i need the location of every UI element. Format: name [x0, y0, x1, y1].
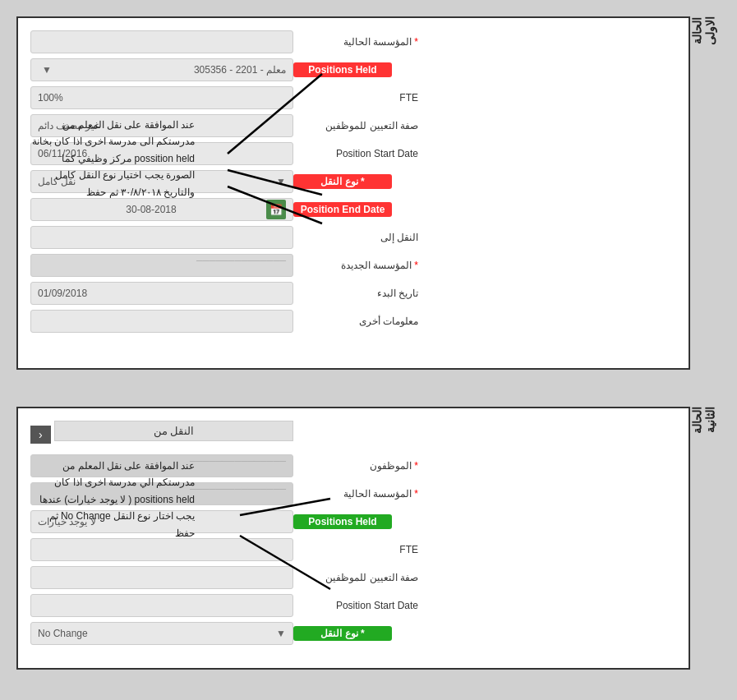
label-appointment-type2: صفة التعيين للموظفين [293, 572, 425, 583]
input-positions-held[interactable]: معلم - 2201 - 305356 ▼ [30, 58, 293, 81]
label-positions-held: Positions Held [293, 62, 392, 77]
label-employee: الموظفون [293, 460, 425, 472]
dropdown-arrow-transfer2: ▼ [276, 628, 286, 639]
row-position-end-date: Position End Date 📅 30-08-2018 [30, 198, 676, 221]
row-transfer-from-header: النقل من › [30, 421, 676, 448]
row-fte: FTE 100% [30, 86, 676, 109]
new-institution-placeholder: ────────────── [196, 256, 286, 265]
row-fte2: FTE [30, 538, 676, 561]
label-position-start-date: Position Start Date [293, 148, 425, 159]
label-appointment-type: صفة التعيين للموظفين [293, 120, 425, 131]
label-fte2: FTE [293, 544, 425, 555]
input-new-institution[interactable]: ────────────── [30, 254, 293, 277]
nav-arrow-button[interactable]: › [30, 426, 51, 444]
label-start-date: تاريخ البدء [293, 288, 425, 299]
row-positions-held: Positions Held معلم - 2201 - 305356 ▼ [30, 58, 676, 81]
row-start-date: تاريخ البدء 01/09/2018 [30, 282, 676, 305]
input-fte2[interactable] [30, 538, 293, 561]
row-position-start-date2: Position Start Date [30, 594, 676, 617]
label-transfer-type2: نوع النقل * [293, 626, 392, 641]
dropdown-arrow-transfer: ▼ [276, 176, 286, 187]
side-label-panel1: الحالة الاولى [690, 16, 716, 62]
input-position-end-date[interactable]: 📅 30-08-2018 [30, 198, 293, 221]
label-transfer-type: نوع النقل * [293, 174, 392, 189]
input-transfer-type2[interactable]: ▼ No Change [30, 622, 293, 645]
side-label-panel2: الحالة الثانية [690, 407, 716, 450]
label-transfer-to: النقل إلى [293, 232, 425, 243]
label-positions-held2: Positions Held [293, 514, 392, 529]
row-transfer-to: النقل إلى [30, 226, 676, 249]
input-fte[interactable]: 100% [30, 86, 293, 109]
transfer-from-label: النقل من [54, 421, 293, 441]
input-appointment-type2[interactable] [30, 566, 293, 589]
input-position-start-date2[interactable] [30, 594, 293, 617]
label-current-institution2: المؤسسة الحالية [293, 488, 425, 500]
row-current-institution: المؤسسة الحالية [30, 30, 676, 53]
label-other-info: معلومات أخرى [293, 315, 425, 327]
row-new-institution: المؤسسة الجديدة ────────────── [30, 254, 676, 277]
label-fte: FTE [293, 92, 425, 104]
label-position-start-date2: Position Start Date [293, 600, 425, 611]
label-new-institution: المؤسسة الجديدة [293, 260, 425, 271]
label-current-institution: المؤسسة الحالية [293, 36, 425, 48]
row-appointment-type2: صفة التعيين للموظفين [30, 566, 676, 589]
calendar-icon[interactable]: 📅 [266, 200, 286, 219]
input-other-info[interactable] [30, 310, 293, 333]
dropdown-arrow-positions: ▼ [42, 64, 52, 76]
annotation-panel2: عند الموافقة على نقل المعلم من مدرستكم ا… [30, 458, 195, 541]
input-current-institution[interactable] [30, 30, 293, 53]
annotation-panel1: عند الموافقة على نقل المعلم من مدرستكم ا… [30, 117, 195, 200]
label-position-end-date: Position End Date [293, 202, 392, 217]
row-transfer-type2: نوع النقل * ▼ No Change [30, 622, 676, 645]
input-transfer-to[interactable] [30, 226, 293, 249]
input-start-date[interactable]: 01/09/2018 [30, 282, 293, 305]
row-other-info: معلومات أخرى [30, 310, 676, 333]
